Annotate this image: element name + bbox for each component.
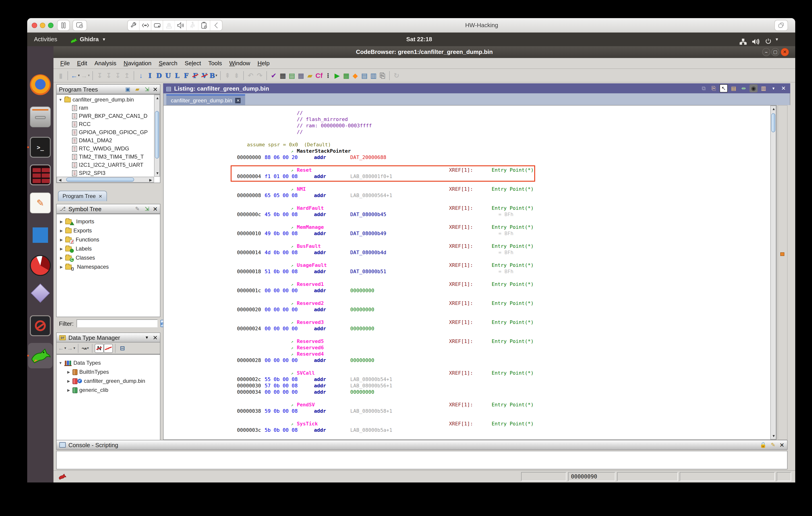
memory-map-button[interactable]: ▦ (342, 70, 351, 81)
dtm-menu-caret-icon[interactable]: ▼ (143, 334, 150, 341)
dock-item-vscode[interactable] (30, 225, 51, 246)
dock-item-blocked-app[interactable] (30, 315, 51, 336)
function-id-button[interactable]: Cf (315, 70, 323, 81)
focused-app-menu[interactable]: Ghidra (80, 33, 99, 46)
dropdown-caret-icon[interactable]: ▾ (78, 73, 80, 78)
script-manager-button[interactable]: ▤ (287, 70, 296, 81)
vm-disk-icon[interactable] (151, 20, 163, 30)
listing-row[interactable]: ↗Reserved3XREF[1]:Entry Point(*) (165, 320, 769, 326)
tree-row[interactable]: RCC (57, 120, 160, 128)
nav-undefined-button[interactable]: U (164, 70, 173, 81)
nav-next-label-button[interactable]: ↥ (122, 70, 132, 81)
listing-row[interactable]: // flash_mirrored (165, 116, 769, 123)
redo-button[interactable]: ↷ (255, 70, 264, 81)
dtm-back-button[interactable]: ←▾ (58, 343, 67, 354)
tab-close-icon[interactable]: ✕ (235, 98, 241, 103)
dock-item-purple-diamond[interactable] (30, 283, 51, 304)
listing-row[interactable]: ↗UsageFaultXREF[1]:Entry Point(*) (165, 262, 769, 269)
expander-icon[interactable]: ▶ (59, 265, 63, 269)
function-graph-button[interactable]: ⁝ (323, 70, 332, 81)
dtm-conversion-button[interactable]: ↝▾ (81, 343, 90, 354)
side-by-side-button[interactable]: ▥ (369, 70, 378, 81)
listing-row[interactable]: ↗Reserved1XREF[1]:Entry Point(*) (165, 281, 769, 288)
tree-row[interactable]: PWR_BKP_CAN2_CAN1_D (57, 112, 160, 120)
dock-item-firefox[interactable] (30, 74, 51, 95)
mac-close-button[interactable] (32, 23, 37, 28)
byte-viewer-button[interactable]: ▦ (278, 70, 287, 81)
import-symbols-icon[interactable]: ⇲ (143, 205, 150, 212)
expander-icon[interactable]: ▶ (59, 219, 63, 223)
scroll-down-icon[interactable]: ▼ (771, 433, 777, 439)
direction-toggle-button[interactable]: ↓ (136, 70, 145, 81)
nav-function-button[interactable]: F (182, 70, 191, 81)
vm-snapshots-button[interactable] (72, 20, 87, 31)
listing-row[interactable]: 0000002800 00 00 00addr00000000 (165, 358, 769, 364)
listing-row[interactable]: 0000003c5b 0b 00 08addrLAB_08000b5a+1 (165, 427, 769, 433)
back-button[interactable]: ←▾ (70, 70, 80, 81)
vm-usb-icon[interactable] (187, 20, 199, 30)
tree-row[interactable]: GPIOA_GPIOB_GPIOC_GP (57, 128, 160, 136)
listing-row[interactable]: // ram: 00000000-0003ffff (165, 123, 769, 129)
clear-flow-button[interactable]: ⇞ (223, 70, 232, 81)
expander-icon[interactable]: ▶ (59, 229, 63, 233)
open-tree-icon[interactable]: ▰ (134, 86, 141, 93)
repair-flow-button[interactable]: ⇟ (232, 70, 241, 81)
expander-icon[interactable]: ▶ (67, 370, 71, 374)
listing-row[interactable]: 0000003057 0b 00 08addrLAB_08000b56+1 (165, 383, 769, 389)
menu-help[interactable]: Help (254, 59, 273, 67)
listing-tab[interactable]: canfilter_green_dump.bin ✕ (166, 94, 245, 105)
vm-audio-icon[interactable] (175, 20, 187, 30)
symbol-tree-imports[interactable]: ▶Imports (57, 217, 160, 226)
tree-row[interactable]: TIM2_TIM3_TIM4_TIM5_T (57, 153, 160, 161)
listing-row[interactable]: // (165, 129, 769, 135)
scroll-right-icon[interactable]: ▶ (148, 177, 154, 183)
tab-close-icon[interactable]: ✕ (98, 194, 103, 199)
vm-clipboard-icon[interactable] (199, 20, 210, 30)
expander-icon[interactable]: ▼ (58, 98, 62, 102)
listing-row[interactable]: 000000144d 0b 00 08addrDAT_08000b4d= BFh (165, 250, 769, 256)
listing-row[interactable]: // (165, 110, 769, 116)
scroll-thumb[interactable] (155, 111, 159, 158)
dtm-forward-button[interactable]: →▾ (67, 343, 76, 354)
dropdown-caret-icon[interactable]: ▾ (87, 346, 89, 350)
mac-minimize-button[interactable] (40, 23, 45, 28)
vm-camera-icon[interactable] (163, 20, 175, 30)
scroll-lock-icon[interactable]: 🔒 (759, 441, 767, 449)
nav-instruction-button[interactable]: I (145, 70, 154, 81)
expander-icon[interactable]: ▶ (67, 388, 71, 392)
listing-row[interactable]: 0000001851 0b 00 08addrDAT_08000b51= BFh (165, 269, 769, 275)
system-menu-caret-icon[interactable]: ▼ (775, 33, 779, 46)
tree-row[interactable]: RTC_WWDG_IWDG (57, 145, 160, 153)
listing-row[interactable]: 0000000c45 0b 00 08addrDAT_08000b45= BFh (165, 212, 769, 218)
menu-tools[interactable]: Tools (205, 59, 225, 67)
expander-icon[interactable]: ▶ (59, 238, 63, 242)
refresh-button[interactable]: ↻ (392, 70, 401, 81)
listing-row[interactable]: 0000000865 05 00 08addrLAB_08000564+1 (165, 192, 769, 199)
console-output[interactable] (56, 451, 787, 469)
dtm-collapse-all-button[interactable]: ⊟ (118, 343, 127, 354)
dropdown-caret-icon[interactable]: ▾ (64, 346, 66, 350)
menu-edit[interactable]: Edit (74, 59, 90, 67)
listing-close-icon[interactable]: ✕ (779, 84, 787, 92)
menu-search[interactable]: Search (155, 59, 180, 67)
program-trees-vscrollbar[interactable]: ▲ ▼ (154, 95, 160, 177)
tree-row-root[interactable]: ▼canfilter_green_dump.bin (57, 96, 160, 104)
symbol-tree-namespaces[interactable]: ▶{}Namespaces (57, 262, 160, 271)
dock-item-terminal[interactable]: >_ (30, 137, 51, 158)
vm-fullscreen-button[interactable] (774, 20, 788, 31)
window-close-button[interactable]: ✕ (781, 48, 789, 56)
mac-zoom-button[interactable] (48, 23, 54, 28)
vm-wrench-icon[interactable] (128, 20, 140, 30)
bookmark-marker[interactable] (780, 252, 784, 256)
nav-label-button[interactable]: L (173, 70, 182, 81)
menu-select[interactable]: Select (181, 59, 204, 67)
nav-data-button[interactable]: D (154, 70, 164, 81)
symbol-tree-close-icon[interactable]: ✕ (153, 206, 158, 212)
dock-item-red-console[interactable] (30, 164, 51, 185)
listing-row[interactable]: ↗HardFaultXREF[1]:Entry Point(*) (165, 205, 769, 212)
window-minimize-button[interactable]: – (762, 48, 770, 56)
symbol-tree-classes[interactable]: ▶CClasses (57, 253, 160, 262)
paste-icon[interactable]: ⎘ (709, 84, 718, 92)
scroll-thumb[interactable] (66, 178, 134, 182)
snapshot-icon[interactable]: ◉ (750, 84, 758, 92)
